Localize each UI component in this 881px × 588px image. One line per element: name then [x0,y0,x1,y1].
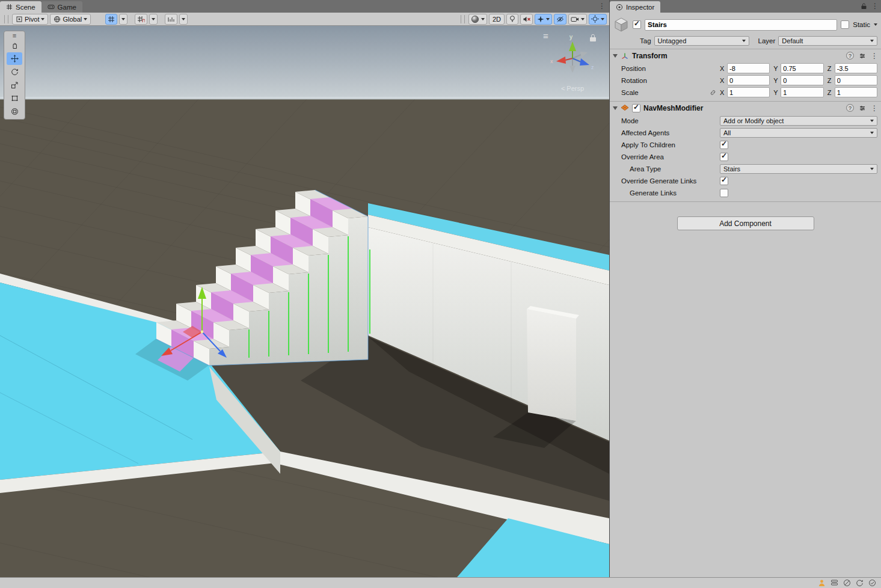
area-type-row: Area Type Stairs [610,163,881,174]
transform-title: Transform [632,52,668,60]
audio-toggle-button[interactable] [520,14,533,25]
navmeshmodifier-foldout-icon[interactable] [613,106,618,110]
affected-agents-dropdown[interactable]: All [720,128,877,138]
mode-dropdown[interactable]: Add or Modify object [720,116,877,126]
tab-scene[interactable]: Scene [0,1,41,13]
constrain-proportions-icon[interactable] [709,89,717,96]
scene-toolbar: Pivot Global [0,13,609,26]
inspector-tabstrip: Inspector ⋮ [610,0,881,13]
gameobject-active-checkbox[interactable] [633,20,641,29]
position-y-field[interactable] [781,63,823,73]
pivot-icon [16,16,23,23]
grid-visibility-dropdown[interactable] [119,14,127,25]
apply-to-children-checkbox[interactable] [720,141,728,149]
draw-mode-button[interactable] [468,14,487,25]
2d-toggle-button[interactable]: 2D [489,14,505,25]
scale-tool-icon [11,81,19,89]
collab-offline-icon[interactable] [843,579,851,587]
affected-agents-label: Affected Agents [621,129,720,136]
area-type-value: Stairs [723,165,740,173]
transform-foldout-icon[interactable] [613,54,618,58]
rotation-label: Rotation [621,77,720,84]
hand-tool-button[interactable] [7,39,22,52]
navmeshmodifier-help-icon[interactable]: ? [846,104,854,112]
scene-panel-menu-icon[interactable]: ⋮ [598,2,606,10]
global-toggle-button[interactable]: Global [50,14,91,25]
shaded-sphere-icon [471,15,479,23]
snap-increment-dropdown[interactable] [179,14,188,25]
position-x-axis-label: X [720,65,726,72]
navmeshmodifier-menu-icon[interactable]: ⋮ [871,104,878,112]
rotation-x-field[interactable] [727,75,770,85]
layer-dropdown[interactable]: Default [778,36,877,46]
scale-z-field[interactable] [835,87,877,97]
override-area-checkbox[interactable] [720,153,728,161]
navmeshmodifier-header[interactable]: NavMeshModifier ? ⋮ [610,102,881,114]
grid-snap-icon [137,16,145,23]
inspector-menu-icon[interactable]: ⋮ [871,2,879,10]
scale-y-field[interactable] [781,87,823,97]
cache-server-icon[interactable] [830,579,838,587]
rect-tool-icon [11,94,19,102]
transform-tool-button[interactable] [7,105,22,118]
snap-increment-button[interactable] [165,14,177,25]
position-x-field[interactable] [727,63,770,73]
rotate-tool-button[interactable] [7,66,22,78]
tab-game[interactable]: Game [41,1,82,13]
area-type-dropdown[interactable]: Stairs [720,164,877,174]
rect-tool-button[interactable] [7,92,22,105]
scale-x-field[interactable] [727,87,770,97]
transform-component-icon [621,52,629,60]
rotation-y-field[interactable] [781,75,823,85]
activity-refresh-icon[interactable] [856,579,864,587]
lighting-toggle-button[interactable] [506,14,518,25]
pivot-caret-icon [41,18,45,20]
scene-overlay-menu-icon[interactable]: ≡ [543,31,548,41]
pivot-toggle-button[interactable]: Pivot [12,14,48,25]
hidden-objects-button[interactable] [554,14,566,25]
transform-tool-icon [11,108,19,115]
grid-visibility-button[interactable] [105,14,117,25]
camera-icon [571,16,579,23]
gameobject-name-field[interactable] [645,19,837,31]
gameobject-cube-icon[interactable] [613,17,629,32]
mode-label: Mode [621,117,720,124]
navmeshmodifier-enabled-checkbox[interactable] [632,104,640,112]
scene-viewport[interactable]: y x z < Persp ≡ ≡ [0,26,609,577]
axis-y-label: y [569,34,572,40]
tag-dropdown[interactable]: Untagged [654,36,749,46]
toolbar-drag-handle[interactable] [4,15,8,23]
static-checkbox[interactable] [841,20,849,29]
scale-z-axis-label: Z [827,89,833,96]
progress-check-icon[interactable] [868,579,876,587]
grid-snap-dropdown[interactable] [149,14,158,25]
effects-toggle-button[interactable] [535,14,552,25]
persp-label: < Persp [561,85,584,92]
position-row: Position X Y Z [610,63,881,74]
override-generate-links-checkbox[interactable] [720,177,728,185]
tab-inspector[interactable]: Inspector [610,1,660,13]
affected-agents-row: Affected Agents All [610,127,881,138]
scale-tool-button[interactable] [7,79,22,91]
rotation-z-field[interactable] [835,75,877,85]
inspector-lock-icon[interactable] [861,2,867,10]
position-z-field[interactable] [835,63,877,73]
navmeshmodifier-presets-icon[interactable] [859,105,866,112]
static-flags-caret-icon[interactable] [874,23,877,26]
transform-menu-icon[interactable]: ⋮ [871,52,878,60]
camera-settings-button[interactable] [568,14,587,25]
area-type-label: Area Type [621,165,720,173]
gizmos-toggle-button[interactable] [589,14,607,25]
transform-header[interactable]: Transform ? ⋮ [610,49,881,62]
gameobject-header: Static Tag Untagged Layer Default [610,13,881,49]
tools-drag-handle[interactable]: ≡ [13,32,16,38]
scene-3d-render: y x z < Persp ≡ [0,26,609,577]
transform-help-icon[interactable]: ? [846,52,854,60]
transform-presets-icon[interactable] [859,52,866,60]
notification-icon[interactable] [818,579,826,587]
generate-links-checkbox[interactable] [720,189,728,197]
caret-icon [121,18,125,20]
move-tool-button[interactable] [7,52,22,65]
add-component-button[interactable]: Add Component [677,216,814,230]
grid-snap-button[interactable] [135,14,147,25]
